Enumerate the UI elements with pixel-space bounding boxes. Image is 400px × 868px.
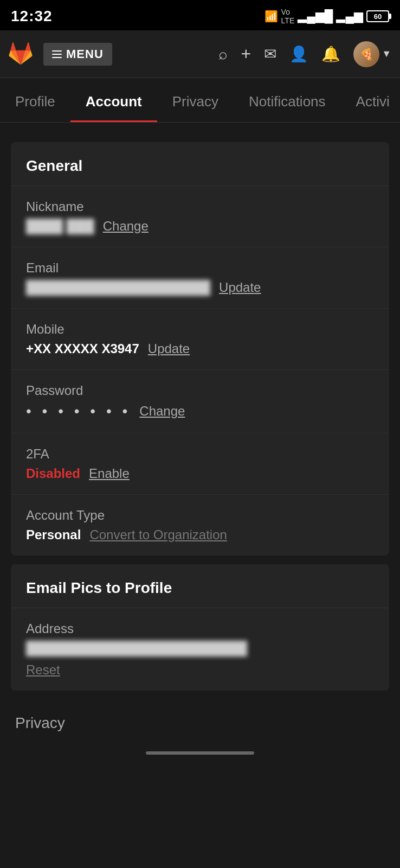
- email-pics-address-label: Address: [26, 621, 374, 636]
- mobile-field: Mobile +XX XXXXX X3947 Update: [11, 309, 389, 370]
- account-type-field: Account Type Personal Convert to Organiz…: [11, 495, 389, 556]
- nickname-value-row: ████ ███ Change: [26, 219, 374, 234]
- mobile-label: Mobile: [26, 322, 374, 337]
- status-icons: 📶 VoLTE ▂▄▆█ ▂▄▆ 60: [264, 8, 389, 25]
- account-type-label: Account Type: [26, 508, 374, 523]
- password-value-row: • • • • • • • Change: [26, 403, 374, 420]
- general-section-header: General: [11, 142, 389, 186]
- search-icon[interactable]: ⌕: [218, 46, 228, 63]
- password-label: Password: [26, 383, 374, 398]
- nickname-label: Nickname: [26, 199, 374, 214]
- nickname-field: Nickname ████ ███ Change: [11, 186, 389, 247]
- signal-bars-2-icon: ▂▄▆: [336, 9, 363, 23]
- nickname-value: ████ ███: [26, 219, 94, 234]
- tab-notifications[interactable]: Notifications: [234, 78, 341, 122]
- two-fa-enable-link[interactable]: Enable: [89, 466, 130, 481]
- email-field: Email ████████████████████ Update: [11, 247, 389, 309]
- password-dots: • • • • • • •: [26, 403, 131, 420]
- nickname-change-link[interactable]: Change: [103, 219, 149, 234]
- notifications-icon[interactable]: 🔔: [321, 45, 340, 63]
- mobile-value: +XX XXXXX X3947: [26, 341, 139, 356]
- signal-bars-icon: ▂▄▆█: [298, 9, 333, 23]
- email-value: ████████████████████: [26, 280, 210, 295]
- two-fa-label: 2FA: [26, 446, 374, 462]
- email-pics-address-field: Address ████████████████████████ Reset: [11, 608, 389, 691]
- status-time: 12:32: [11, 8, 53, 25]
- privacy-section-label: Privacy: [0, 699, 400, 732]
- mobile-value-row: +XX XXXXX X3947 Update: [26, 341, 374, 356]
- convert-to-org-link[interactable]: Convert to Organization: [89, 527, 227, 542]
- user-icon[interactable]: 👤: [289, 45, 308, 63]
- email-pics-reset-link[interactable]: Reset: [26, 662, 60, 677]
- tab-bar: Profile Account Privacy Notifications Ac…: [0, 78, 400, 123]
- password-change-link[interactable]: Change: [139, 404, 185, 419]
- hamburger-icon: [52, 50, 62, 58]
- password-field: Password • • • • • • • Change: [11, 370, 389, 433]
- email-pics-address-value-row: ████████████████████████: [26, 641, 374, 656]
- wifi-icon: 📶: [264, 10, 278, 23]
- tab-profile[interactable]: Profile: [0, 78, 70, 122]
- home-bar: [146, 751, 254, 755]
- create-icon[interactable]: +: [241, 44, 251, 64]
- general-section: General Nickname ████ ███ Change Email █…: [11, 142, 389, 556]
- chevron-down-icon: ▼: [382, 48, 391, 60]
- signal-text: VoLTE: [281, 8, 295, 25]
- avatar: 🍕: [353, 41, 379, 67]
- mail-icon[interactable]: ✉: [264, 45, 276, 63]
- email-update-link[interactable]: Update: [219, 280, 261, 295]
- mobile-update-link[interactable]: Update: [148, 341, 190, 356]
- gitlab-logo: [9, 42, 33, 66]
- two-fa-value-row: Disabled Enable: [26, 466, 374, 481]
- tab-privacy[interactable]: Privacy: [157, 78, 234, 122]
- home-indicator: [0, 743, 400, 763]
- email-pics-address-value: ████████████████████████: [26, 641, 247, 656]
- battery-icon: 60: [366, 10, 389, 22]
- email-value-row: ████████████████████ Update: [26, 280, 374, 295]
- user-avatar-button[interactable]: 🍕 ▼: [353, 41, 391, 67]
- email-pics-header: Email Pics to Profile: [11, 564, 389, 608]
- email-pics-section: Email Pics to Profile Address ██████████…: [11, 564, 389, 691]
- email-pics-title: Email Pics to Profile: [26, 579, 172, 596]
- tab-account[interactable]: Account: [70, 78, 157, 122]
- tab-activity[interactable]: Activi: [341, 78, 400, 122]
- account-type-value: Personal: [26, 527, 81, 542]
- nav-icons: ⌕ + ✉ 👤 🔔 🍕 ▼: [218, 41, 391, 67]
- status-bar: 12:32 📶 VoLTE ▂▄▆█ ▂▄▆ 60: [0, 0, 400, 30]
- general-section-title: General: [26, 157, 82, 174]
- main-content: General Nickname ████ ███ Change Email █…: [0, 123, 400, 774]
- two-fa-field: 2FA Disabled Enable: [11, 433, 389, 495]
- two-fa-status: Disabled: [26, 466, 80, 481]
- top-nav: MENU ⌕ + ✉ 👤 🔔 🍕 ▼: [0, 30, 400, 78]
- menu-button[interactable]: MENU: [43, 43, 112, 66]
- email-label: Email: [26, 260, 374, 276]
- account-type-value-row: Personal Convert to Organization: [26, 527, 374, 542]
